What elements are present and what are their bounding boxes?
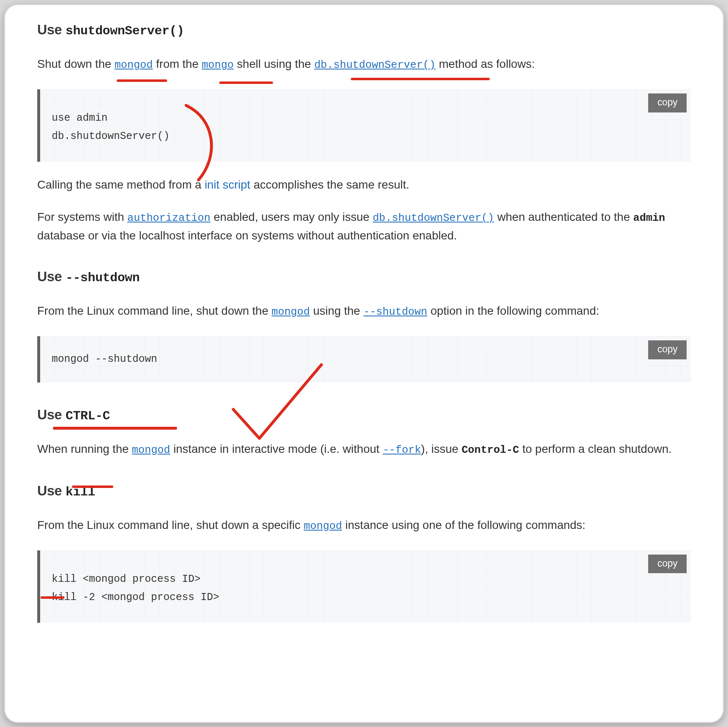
text: database or via the localhost interface … (37, 229, 457, 242)
code-content: use admin db.shutdownServer() (52, 109, 679, 146)
link-mongod[interactable]: mongod (115, 59, 153, 71)
code-block: copy use admin db.shutdownServer() (37, 89, 691, 162)
text: to perform a clean shutdown. (519, 442, 672, 455)
page-frame: Use shutdownServer() Shut down the mongo… (4, 4, 724, 723)
link-shutdown-flag[interactable]: --shutdown (363, 306, 427, 318)
heading-prefix: Use (37, 22, 66, 37)
link-mongod[interactable]: mongod (132, 444, 170, 456)
text: option in the following command: (427, 304, 599, 317)
heading-code: shutdownServer() (66, 24, 184, 38)
link-mongo[interactable]: mongo (202, 59, 234, 71)
paragraph: For systems with authorization enabled, … (37, 208, 691, 244)
heading-prefix: Use (37, 483, 66, 498)
heading-code: CTRL-C (66, 409, 110, 423)
text: instance using one of the following comm… (342, 519, 585, 531)
code-block: copy kill <mongod process ID> kill -2 <m… (37, 550, 691, 623)
code-block: copy mongod --shutdown (37, 336, 691, 383)
code-control-c: Control-C (462, 444, 519, 456)
paragraph: From the Linux command line, shut down a… (37, 516, 691, 535)
link-authorization[interactable]: authorization (127, 212, 211, 224)
text: From the Linux command line, shut down t… (37, 304, 272, 317)
copy-button[interactable]: copy (648, 555, 687, 574)
link-init-script[interactable]: init script (205, 178, 250, 191)
text: When running the (37, 442, 132, 455)
heading-shutdown-flag: Use --shutdown (37, 266, 691, 288)
link-mongod[interactable]: mongod (304, 520, 342, 532)
code-content: mongod --shutdown (52, 350, 679, 368)
text: accomplishes the same result. (250, 178, 409, 191)
heading-ctrl-c: Use CTRL-C (37, 404, 691, 426)
text: ), issue (421, 442, 462, 455)
text: using the (310, 304, 363, 317)
text: From the Linux command line, shut down a… (37, 519, 304, 531)
page-content: Use shutdownServer() Shut down the mongo… (5, 5, 723, 623)
heading-kill: Use kill (37, 480, 691, 502)
copy-button[interactable]: copy (648, 93, 687, 112)
heading-code: kill (66, 485, 96, 499)
text: shell using the (234, 57, 314, 70)
paragraph: Calling the same method from a init scri… (37, 176, 691, 194)
text: when authenticated to the (494, 210, 633, 223)
paragraph: When running the mongod instance in inte… (37, 440, 691, 459)
text: Calling the same method from a (37, 178, 205, 191)
paragraph: From the Linux command line, shut down t… (37, 302, 691, 320)
link-shutdownserver[interactable]: db.shutdownServer() (373, 212, 494, 224)
heading-prefix: Use (37, 407, 66, 422)
text: Shut down the (37, 57, 115, 70)
code-content: kill <mongod process ID> kill -2 <mongod… (52, 570, 679, 607)
link-shutdownserver[interactable]: db.shutdownServer() (314, 59, 436, 71)
heading-shutdownserver: Use shutdownServer() (37, 19, 691, 41)
text: enabled, users may only issue (211, 210, 373, 223)
heading-prefix: Use (37, 269, 66, 284)
heading-code: --shutdown (66, 271, 140, 285)
text: from the (153, 57, 202, 70)
link-mongod[interactable]: mongod (272, 306, 310, 318)
link-fork[interactable]: --fork (383, 444, 421, 456)
copy-button[interactable]: copy (648, 340, 687, 359)
text: method as follows: (436, 57, 535, 70)
text: For systems with (37, 210, 127, 223)
code-admin: admin (633, 212, 665, 224)
text: instance in interactive mode (i.e. witho… (170, 442, 383, 455)
paragraph: Shut down the mongod from the mongo shel… (37, 55, 691, 74)
